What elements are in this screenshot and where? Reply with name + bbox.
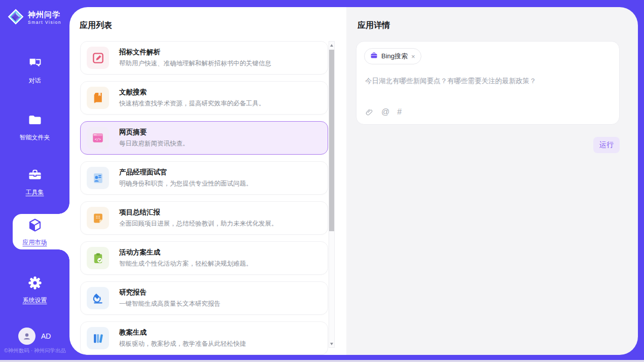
app-card-title: 教案生成	[119, 328, 246, 337]
app-list-title: 应用列表	[80, 20, 112, 31]
sidebar-item-toolset[interactable]: 工具集	[0, 167, 69, 197]
app-card-description: 帮助用户快速、准确地理解和解析招标书中的关键信息	[119, 59, 271, 68]
app-logo: 神州问学 Smart Vision	[7, 8, 61, 27]
logo-title: 神州问学	[28, 11, 61, 19]
app-card[interactable]: 文献搜索 快速精准查找学术资源，提高研究效率的必备工具。	[80, 81, 328, 115]
app-card-description: 明确身份和职责，为您提供专业性的面试问题。	[119, 179, 253, 188]
app-card-description: 快速精准查找学术资源，提高研究效率的必备工具。	[119, 99, 265, 108]
gear-icon	[27, 275, 43, 293]
app-card[interactable]: 研究报告 一键智能生成高质量长文本研究报告	[80, 281, 328, 315]
app-card-title: 文献搜索	[119, 88, 265, 97]
app-card[interactable]: </> 网页摘要 每日政府新闻资讯快查。	[80, 121, 328, 155]
app-card-title: 项目总结汇报	[119, 208, 278, 217]
hash-icon[interactable]: #	[397, 107, 402, 117]
toolbox-icon	[27, 167, 43, 185]
window-bottom-edge	[0, 360, 644, 362]
web-summary-icon: </>	[87, 127, 109, 149]
app-detail-title: 应用详情	[357, 20, 390, 31]
app-card-title: 研究报告	[119, 288, 221, 297]
tool-tag-bing-search[interactable]: Bing搜索 ×	[364, 48, 421, 64]
app-card-title: 活动方案生成	[119, 248, 253, 257]
logo-diamond-icon	[7, 8, 24, 27]
research-report-icon	[87, 287, 109, 309]
pm-interviewer-icon	[87, 167, 109, 189]
attachment-toolbar: @ #	[365, 107, 402, 117]
chat-icon	[27, 56, 43, 73]
sidebar-item-app-market[interactable]: 应用市场	[0, 218, 69, 247]
triangle-down-icon	[330, 343, 333, 345]
app-card-description: 每日政府新闻资讯快查。	[119, 139, 189, 148]
bubble-flare-bottom	[58, 249, 69, 261]
svg-text:</>: </>	[95, 137, 101, 141]
sidebar: 神州问学 Smart Vision 对话 智能文件夹 工具集	[0, 0, 69, 360]
lesson-plan-icon	[87, 327, 109, 349]
app-card[interactable]: 产品经理面试官 明确身份和职责，为您提供专业性的面试问题。	[80, 161, 328, 195]
run-button[interactable]: 运行	[593, 137, 620, 153]
copyright-text: ©神州数码 · 神州问学出品	[4, 347, 66, 354]
app-list-panel: 应用列表 招标文件解析 帮助用户快速、准确地理解和解析招标书中的关键信息 文献搜…	[69, 7, 346, 355]
app-card-description: 全面回顾项目进展，总结经验教训，助力未来优化发展。	[119, 220, 278, 228]
app-list: 招标文件解析 帮助用户快速、准确地理解和解析招标书中的关键信息 文献搜索 快速精…	[80, 41, 328, 355]
scroll-up-button[interactable]	[329, 42, 334, 49]
account-button[interactable]: AD	[18, 328, 51, 345]
app-card-title: 产品经理面试官	[119, 168, 253, 177]
paperclip-icon[interactable]	[365, 108, 374, 117]
sidebar-item-label: 对话	[29, 77, 41, 85]
sidebar-item-smart-folders[interactable]: 智能文件夹	[0, 113, 69, 142]
activity-plan-icon	[87, 247, 109, 269]
triangle-up-icon	[330, 44, 333, 47]
tool-tag-label: Bing搜索	[381, 52, 408, 61]
app-card-title: 招标文件解析	[119, 48, 271, 57]
bubble-flare-top	[58, 203, 69, 214]
sidebar-item-chat[interactable]: 对话	[0, 56, 69, 85]
scroll-down-button[interactable]	[329, 340, 334, 347]
sidebar-item-label: 应用市场	[23, 238, 47, 247]
app-window: 神州问学 Smart Vision 对话 智能文件夹 工具集	[0, 0, 644, 362]
app-card[interactable]: 活动方案生成 智能生成个性化活动方案，轻松解决规划难题。	[80, 241, 328, 275]
app-card-description: 一键智能生成高质量长文本研究报告	[119, 300, 221, 308]
app-card-title: 网页摘要	[119, 128, 189, 137]
tender-edit-icon	[87, 47, 109, 69]
list-scrollbar[interactable]	[329, 41, 335, 348]
folder-icon	[27, 113, 43, 130]
project-summary-icon	[87, 207, 109, 229]
sidebar-item-label: 系统设置	[23, 296, 47, 305]
app-detail-panel: 应用详情 Bing搜索 × 今日湖北有哪些新闻要点？有哪些需要关注的最新政策？ …	[346, 7, 638, 355]
briefcase-icon	[370, 52, 378, 61]
scrollbar-thumb[interactable]	[329, 50, 334, 231]
app-card-description: 模板驱动，教案秒成，教学准备从此轻松快捷	[119, 340, 246, 348]
at-icon[interactable]: @	[381, 107, 389, 117]
account-name: AD	[41, 332, 51, 340]
logo-subtitle: Smart Vision	[28, 20, 61, 25]
tag-close-icon[interactable]: ×	[411, 53, 415, 60]
app-card[interactable]: 项目总结汇报 全面回顾项目进展，总结经验教训，助力未来优化发展。	[80, 201, 328, 235]
sidebar-item-label: 工具集	[26, 188, 44, 197]
app-card[interactable]: 教案生成 模板驱动，教案秒成，教学准备从此轻松快捷	[80, 321, 328, 355]
literature-search-icon	[87, 87, 109, 109]
main-content: 应用列表 招标文件解析 帮助用户快速、准确地理解和解析招标书中的关键信息 文献搜…	[69, 7, 638, 355]
sidebar-item-settings[interactable]: 系统设置	[0, 275, 69, 305]
query-input-card[interactable]: Bing搜索 × 今日湖北有哪些新闻要点？有哪些需要关注的最新政策？ @ #	[356, 41, 620, 125]
cube-icon	[27, 218, 43, 235]
app-card-description: 智能生成个性化活动方案，轻松解决规划难题。	[119, 260, 253, 268]
avatar	[18, 328, 35, 345]
app-card[interactable]: 招标文件解析 帮助用户快速、准确地理解和解析招标书中的关键信息	[80, 41, 328, 75]
query-input[interactable]: 今日湖北有哪些新闻要点？有哪些需要关注的最新政策？	[365, 77, 611, 86]
sidebar-item-label: 智能文件夹	[20, 133, 50, 142]
